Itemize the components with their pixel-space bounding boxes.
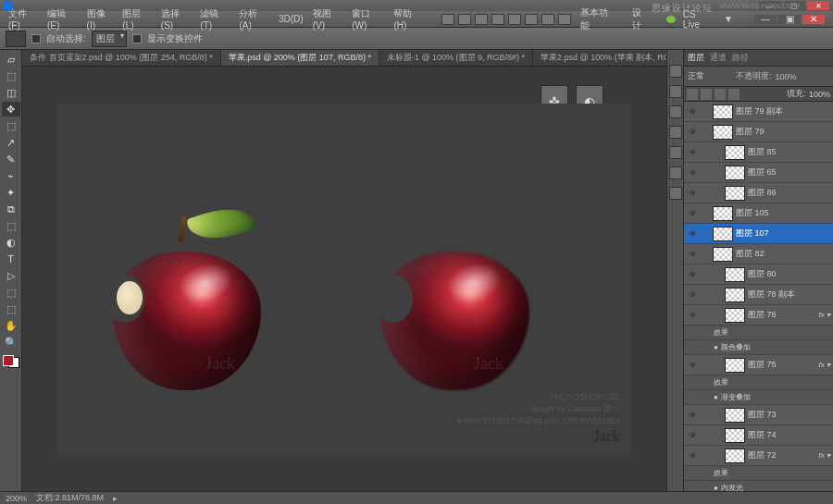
mb-icon[interactable]	[491, 14, 504, 25]
workspace-design[interactable]: 设计	[628, 6, 654, 32]
zoom-value[interactable]: 200%	[6, 494, 27, 503]
layer-row[interactable]: 👁图层 73	[684, 405, 833, 425]
visibility-icon[interactable]: 👁	[687, 188, 698, 199]
doc-restore-button[interactable]: ▣	[778, 15, 801, 24]
tool-item[interactable]: ⬚	[2, 118, 20, 133]
effect-name[interactable]: 效果	[714, 327, 830, 338]
layer-name[interactable]: 图层 107	[736, 227, 830, 240]
lock-icon[interactable]	[728, 89, 740, 100]
visibility-icon[interactable]: 👁	[687, 310, 698, 321]
mb-icon[interactable]	[558, 14, 571, 25]
visibility-icon[interactable]: 👁	[687, 106, 698, 117]
dock-icon[interactable]	[669, 166, 682, 179]
layer-thumbnail[interactable]	[725, 358, 745, 373]
document-tab[interactable]: 未标题-1 @ 100% (图层 9, RGB/8#) *	[379, 50, 533, 66]
menu-filter[interactable]: 滤镜(T)	[195, 7, 234, 31]
dock-icon[interactable]	[669, 126, 682, 139]
tab-channels[interactable]: 通道	[710, 52, 727, 64]
layer-row[interactable]: 👁图层 76fx ▾	[684, 305, 833, 326]
tool-item[interactable]: ✦	[2, 185, 20, 200]
layer-name[interactable]: 图层 73	[748, 409, 830, 421]
visibility-icon[interactable]: 👁	[687, 228, 698, 240]
layer-row[interactable]: 👁图层 85	[684, 142, 833, 163]
fill-value[interactable]: 100%	[809, 90, 830, 99]
layer-thumbnail[interactable]	[725, 186, 745, 201]
tool-item[interactable]: ↗	[2, 135, 20, 150]
layer-thumbnail[interactable]	[713, 247, 733, 262]
layer-row[interactable]: 👁图层 74	[684, 425, 833, 446]
layer-effect-row[interactable]: 效果	[684, 326, 833, 340]
document-tab[interactable]: 苹果2.psd @ 100% (苹果 副本, RGB/8)	[533, 50, 666, 66]
layer-name[interactable]: 图层 80	[748, 268, 830, 280]
visibility-icon[interactable]: 👁	[687, 147, 698, 158]
mb-icon[interactable]	[525, 14, 538, 25]
menu-edit[interactable]: 编辑(E)	[43, 7, 82, 31]
visibility-icon[interactable]: 👁	[687, 289, 698, 301]
workspace-basic[interactable]: 基本功能	[576, 6, 620, 32]
layer-effect-row[interactable]: 效果	[684, 375, 833, 390]
layer-effect-row[interactable]: ● 渐变叠加	[684, 390, 833, 405]
visibility-icon[interactable]: 👁	[687, 269, 698, 280]
layer-row[interactable]: 👁图层 72fx ▾	[684, 446, 833, 466]
menu-window[interactable]: 窗口(W)	[347, 7, 389, 31]
visibility-icon[interactable]: 👁	[687, 127, 698, 138]
layer-row[interactable]: 👁图层 65	[684, 163, 833, 183]
layer-name[interactable]: 图层 85	[748, 146, 830, 158]
doc-min-button[interactable]: —	[754, 15, 777, 24]
fx-badge[interactable]: fx ▾	[819, 361, 830, 369]
doc-close-button[interactable]: ✕	[802, 15, 825, 24]
mb-icon[interactable]	[475, 14, 488, 25]
layer-thumbnail[interactable]	[713, 227, 733, 241]
tool-item[interactable]: ▱	[2, 52, 20, 67]
effect-name[interactable]: 效果	[714, 377, 830, 387]
layer-row[interactable]: 👁图层 86	[684, 183, 833, 203]
layer-name[interactable]: 图层 74	[748, 429, 830, 441]
tool-item[interactable]: ⌁	[2, 168, 20, 183]
layer-thumbnail[interactable]	[725, 145, 745, 160]
layer-row[interactable]: 👁图层 105	[684, 203, 833, 224]
menu-select[interactable]: 选择(S)	[156, 7, 196, 31]
tool-item[interactable]: ⬚	[2, 218, 20, 233]
mb-icon[interactable]	[458, 14, 471, 25]
visibility-icon[interactable]: 👁	[687, 208, 698, 219]
visibility-icon[interactable]: 👁	[687, 410, 698, 421]
doc-info[interactable]: 文档:2.81M/78.8M	[36, 492, 104, 504]
layer-name[interactable]: 图层 86	[748, 187, 830, 199]
fx-badge[interactable]: fx ▾	[819, 311, 830, 319]
layer-thumbnail[interactable]	[725, 267, 745, 282]
mb-icon[interactable]	[541, 14, 554, 25]
layer-name[interactable]: 图层 105	[736, 207, 830, 219]
mb-icon[interactable]	[441, 14, 454, 25]
tool-item[interactable]: 🔍	[2, 335, 20, 350]
auto-select-dropdown[interactable]: 图层	[92, 31, 127, 47]
layer-list[interactable]: 👁图层 79 副本👁图层 79👁图层 85👁图层 65👁图层 86👁图层 105…	[684, 102, 833, 491]
tool-item[interactable]: ✥	[2, 102, 20, 117]
layer-name[interactable]: 图层 79	[736, 126, 830, 138]
effect-name[interactable]: 内发光	[721, 483, 830, 491]
tab-paths[interactable]: 路径	[732, 52, 749, 64]
color-swatch[interactable]	[3, 355, 19, 368]
menu-3d[interactable]: 3D(D)	[274, 14, 308, 24]
show-transform-checkbox[interactable]	[132, 34, 142, 43]
effect-name[interactable]: 颜色叠加	[721, 342, 830, 352]
layer-name[interactable]: 图层 82	[736, 248, 830, 260]
blend-mode-dropdown[interactable]: 正常	[688, 70, 732, 82]
layer-thumbnail[interactable]	[713, 206, 733, 221]
layer-thumbnail[interactable]	[725, 428, 745, 443]
mb-icon[interactable]	[508, 14, 521, 25]
layer-effect-row[interactable]: ● 颜色叠加	[684, 340, 833, 355]
visibility-icon[interactable]: 👁	[687, 360, 698, 371]
auto-select-checkbox[interactable]	[31, 34, 41, 43]
layer-row[interactable]: 👁图层 75fx ▾	[684, 355, 833, 375]
layer-thumbnail[interactable]	[725, 308, 745, 323]
layer-row[interactable]: 👁图层 79	[684, 122, 833, 142]
layer-thumbnail[interactable]	[725, 288, 745, 302]
dock-icon[interactable]	[669, 146, 682, 159]
menu-analysis[interactable]: 分析(A)	[234, 7, 274, 31]
dock-icon[interactable]	[669, 65, 682, 78]
fx-badge[interactable]: fx ▾	[819, 451, 830, 460]
tool-item[interactable]: ▷	[2, 268, 20, 283]
layer-effect-row[interactable]: 效果	[684, 466, 833, 481]
lock-icon[interactable]	[701, 89, 712, 100]
layer-name[interactable]: 图层 75	[748, 359, 816, 371]
